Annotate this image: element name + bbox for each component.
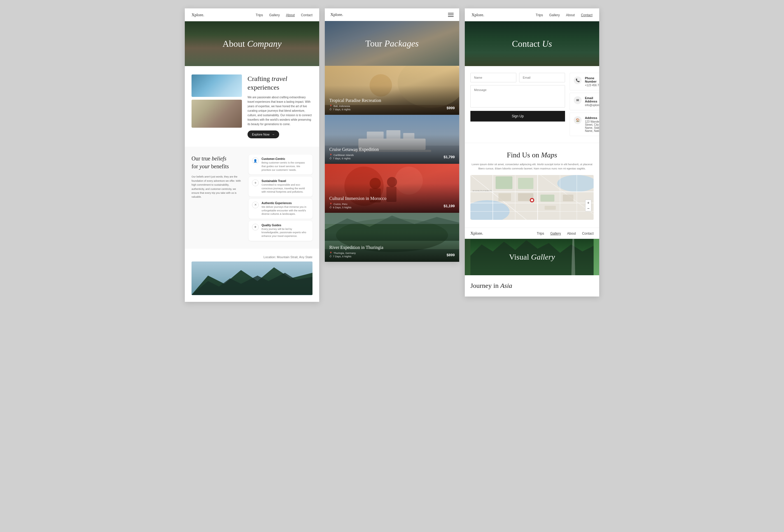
belief-content-2: Authentic Experiences We deliver journey…: [261, 202, 309, 216]
journey-title: Journey in Asia: [470, 281, 594, 290]
tour-card-meta-1: 📍 Caribbean Islands ⏱ 7 days, 6 nights $…: [329, 154, 455, 160]
about-hero-overlay: About Company: [185, 21, 319, 66]
belief-card-1: ✈ Sustainable Travel Committed to respon…: [249, 177, 312, 197]
gallery-footer-links: Trips Gallery About Contact: [537, 231, 594, 236]
tour-card-location-1: 📍 Caribbean Islands: [329, 154, 354, 157]
zoom-in-button[interactable]: +: [586, 200, 591, 205]
contact-info-sidebar: 📞 Phone Number +123 456 7890 ✉ Email Add…: [565, 73, 599, 136]
contact-info-phone: 📞 Phone Number +123 456 7890: [569, 73, 599, 90]
phone-title: Phone Number: [585, 77, 599, 83]
svg-rect-44: [544, 206, 556, 210]
belief-card-2: ✕ Authentic Experiences We deliver journ…: [249, 199, 312, 219]
gallery-footer: Xplore. Trips Gallery About Contact: [465, 228, 599, 296]
about-panel: Xplore. Trips Gallery About Contact Abou…: [185, 8, 319, 302]
belief-desc-0: Being customer-centric is the compass th…: [261, 161, 309, 172]
message-textarea[interactable]: [470, 85, 565, 108]
nav-link-trips[interactable]: Trips: [256, 13, 263, 17]
tour-card-title-0: Tropical Paradise Recreation: [329, 98, 455, 103]
belief-title-1: Sustainable Travel: [261, 179, 309, 183]
map-zoom-controls[interactable]: + −: [585, 200, 591, 212]
tour-card-overlay-2: Cultural Immersion in Morocco 📍 Cuzco, P…: [325, 164, 459, 213]
gallery-footer-logo: Xplore.: [470, 231, 483, 236]
tours-hero-overlay: Tour Packages: [325, 21, 459, 66]
name-input[interactable]: [470, 73, 516, 82]
beliefs-right: 👤 Customer-Centric Being customer-centri…: [249, 155, 312, 241]
explore-now-button[interactable]: Explore Now: [248, 131, 279, 138]
tour-card-duration-1: ⏱ 7 days, 6 nights: [329, 157, 354, 160]
tour-card-info-2: 📍 Cuzco, Peru ⏱ 6 Days, 5 Nights: [329, 203, 352, 209]
about-nav: Xplore. Trips Gallery About Contact: [185, 8, 319, 21]
about-image-top: [192, 75, 242, 97]
svg-text:52°22'33.2"N 4°53'28.7"E: 52°22'33.2"N 4°53'28.7"E: [473, 190, 492, 192]
contact-nav: Xplore. Trips Gallery About Contact: [465, 8, 599, 21]
tour-card-info-0: 📍 Bali, Indonesia ⏱ 7 days, 6 nights: [329, 105, 351, 111]
gallery-nav-gallery[interactable]: Gallery: [550, 231, 561, 235]
map-svg: 52°22'33.2"N 4°53'28.7"E: [470, 175, 594, 220]
contact-nav-contact[interactable]: Contact: [581, 13, 592, 17]
form-name-email-row: [470, 73, 565, 82]
contact-nav-about[interactable]: About: [566, 13, 575, 17]
belief-content-1: Sustainable Travel Committed to responsi…: [261, 179, 309, 194]
gallery-nav-trips[interactable]: Trips: [537, 231, 544, 235]
tour-card-location-3: 📍 Thuringia, Germany: [329, 252, 356, 254]
address-info: Address 123 Wanderer Street, City Name, …: [585, 116, 599, 133]
belief-title-2: Authentic Experiences: [261, 202, 309, 205]
map-placeholder[interactable]: 52°22'33.2"N 4°53'28.7"E + −: [470, 175, 594, 220]
gallery-nav-about[interactable]: About: [567, 231, 576, 235]
hamburger-line-1: [448, 13, 454, 13]
sustainable-icon: ✈: [252, 179, 259, 186]
clock-icon-2: ⏱: [329, 206, 332, 209]
contact-panel: Xplore. Trips Gallery About Contact Cont…: [465, 8, 599, 297]
contact-info-address: 🏠 Address 123 Wanderer Street, City Name…: [569, 113, 599, 136]
svg-point-47: [531, 199, 533, 201]
tours-nav-logo: Xplore.: [330, 12, 343, 17]
beliefs-left: Our true beliefs for your benefits Our b…: [192, 155, 242, 241]
contact-nav-gallery[interactable]: Gallery: [549, 13, 560, 17]
belief-card-0: 👤 Customer-Centric Being customer-centri…: [249, 155, 312, 174]
phone-icon: 📞: [574, 77, 582, 84]
contact-nav-trips[interactable]: Trips: [536, 13, 543, 17]
tour-card-price-2: $1,199: [444, 204, 455, 208]
zoom-out-button[interactable]: −: [586, 205, 591, 211]
email-input[interactable]: [519, 73, 565, 82]
belief-desc-1: Committed to responsible and eco-conscio…: [261, 183, 309, 194]
nav-link-contact[interactable]: Contact: [301, 13, 312, 17]
tour-card-3[interactable]: River Expedition in Thuringia 📍 Thuringi…: [325, 213, 459, 262]
about-text: Crafting travel experiences We are passi…: [248, 75, 312, 138]
beliefs-section: Our true beliefs for your benefits Our b…: [185, 147, 319, 248]
nav-link-about[interactable]: About: [286, 13, 295, 17]
hamburger-menu[interactable]: [448, 13, 454, 17]
gallery-nav-contact[interactable]: Contact: [582, 231, 594, 235]
about-images: [192, 75, 242, 128]
about-crafting-section: Crafting travel experiences We are passi…: [185, 66, 319, 147]
contact-form-left: Sign Up: [470, 73, 565, 136]
address-icon: 🏠: [574, 116, 582, 124]
customer-centric-icon: 👤: [252, 157, 259, 164]
tour-card-0[interactable]: Tropical Paradise Recreation 📍 Bali, Ind…: [325, 66, 459, 115]
tour-card-location-0: 📍 Bali, Indonesia: [329, 105, 351, 108]
crafting-heading: Crafting travel experiences: [248, 75, 312, 92]
contact-nav-links: Trips Gallery About Contact: [536, 12, 592, 17]
sign-up-button[interactable]: Sign Up: [470, 111, 565, 121]
belief-desc-2: We deliver journeys that immerse you in …: [261, 205, 309, 216]
about-hero: About Company: [185, 21, 319, 66]
tour-card-meta-2: 📍 Cuzco, Peru ⏱ 6 Days, 5 Nights $1,199: [329, 203, 455, 209]
email-title: Email Address: [585, 96, 599, 103]
tour-card-title-3: River Expedition in Thuringia: [329, 245, 455, 250]
crafting-body: We are passionate about crafting extraor…: [248, 95, 312, 127]
tour-card-2[interactable]: Cultural Immersion in Morocco 📍 Cuzco, P…: [325, 164, 459, 213]
contact-nav-logo: Xplore.: [472, 12, 484, 17]
tour-card-1[interactable]: Cruise Getaway Expedition 📍 Caribbean Is…: [325, 115, 459, 164]
tour-card-title-2: Cultural Immersion in Morocco: [329, 196, 455, 201]
svg-rect-45: [563, 195, 573, 201]
svg-rect-40: [518, 178, 533, 189]
hamburger-line-3: [448, 16, 454, 17]
gallery-title: Visual Gallery: [509, 253, 555, 261]
tours-mobile-nav: Xplore.: [325, 8, 459, 21]
clock-icon-1: ⏱: [329, 157, 332, 160]
tour-card-overlay-1: Cruise Getaway Expedition 📍 Caribbean Is…: [325, 115, 459, 164]
belief-title-0: Customer-Centric: [261, 157, 309, 161]
hamburger-line-2: [448, 15, 454, 15]
location-pin-icon-2: 📍: [329, 203, 332, 205]
nav-link-gallery[interactable]: Gallery: [269, 13, 280, 17]
